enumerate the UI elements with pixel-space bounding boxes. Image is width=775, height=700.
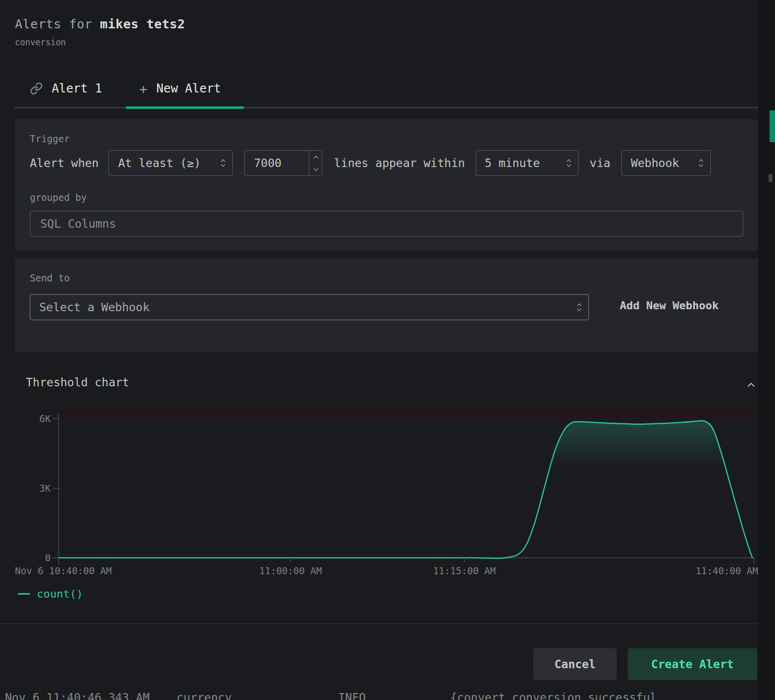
link-icon bbox=[30, 82, 43, 95]
footer-divider bbox=[0, 623, 758, 624]
chevron-updown-icon bbox=[698, 158, 710, 168]
source-name: mikes tets2 bbox=[100, 17, 185, 31]
legend-series-label: count() bbox=[37, 588, 83, 600]
chevron-updown-icon bbox=[566, 158, 578, 168]
log-body: {convert conversion successful bbox=[450, 691, 657, 700]
spinner-down-button[interactable] bbox=[309, 163, 322, 175]
y-tick-label: 0 bbox=[45, 552, 51, 563]
chevron-updown-icon bbox=[576, 302, 588, 312]
tab-alert-1[interactable]: Alert 1 bbox=[30, 78, 102, 99]
trigger-panel: Trigger Alert when At least (≥) 7000 bbox=[15, 119, 758, 251]
send-to-panel: Send to Select a Webhook Add New Webhook bbox=[15, 259, 758, 352]
channel-select[interactable]: Webhook bbox=[621, 150, 711, 176]
y-tick-label: 3K bbox=[39, 483, 51, 494]
legend-series-swatch bbox=[18, 593, 30, 595]
collapse-chevron-icon[interactable] bbox=[744, 378, 758, 392]
tab-alert-1-label: Alert 1 bbox=[52, 82, 102, 95]
underlying-page-edge bbox=[758, 0, 775, 700]
log-service: currency bbox=[177, 691, 232, 700]
comparator-select[interactable]: At least (≥) bbox=[108, 150, 233, 176]
grouped-by-label: grouped by bbox=[30, 192, 87, 203]
underlying-page-gray-element bbox=[769, 174, 773, 182]
cancel-button[interactable]: Cancel bbox=[533, 648, 617, 680]
send-to-label: Send to bbox=[30, 272, 70, 283]
webhook-placeholder: Select a Webhook bbox=[30, 301, 576, 314]
alert-when-label: Alert when bbox=[30, 157, 98, 170]
page-title: Alerts for mikes tets2 bbox=[15, 17, 185, 31]
x-tick-label: 11:40:00 AM bbox=[695, 565, 758, 576]
alert-modal: Alerts for mikes tets2 conversion Alert … bbox=[0, 0, 775, 700]
threshold-number-input[interactable]: 7000 bbox=[244, 150, 322, 176]
chevron-updown-icon bbox=[220, 158, 232, 168]
group-by-input[interactable]: SQL Columns bbox=[30, 211, 743, 237]
via-label: via bbox=[590, 157, 611, 170]
channel-value: Webhook bbox=[622, 157, 698, 170]
underlying-page-green-element bbox=[770, 110, 775, 142]
log-level: INFO bbox=[338, 691, 366, 700]
threshold-chart-title: Threshold chart bbox=[26, 376, 129, 389]
comparator-value: At least (≥) bbox=[109, 157, 220, 170]
tabs-underline-active bbox=[126, 106, 244, 109]
plus-icon: + bbox=[139, 81, 147, 96]
underlying-log-row: Nov 6 11:40:46.343 AM currency INFO {con… bbox=[0, 691, 775, 700]
log-timestamp: Nov 6 11:40:46.343 AM bbox=[5, 691, 150, 700]
y-tick-label: 6K bbox=[39, 413, 51, 424]
threshold-chart: 6K3K0Nov 6 10:40:00 AM11:00:00 AM11:15:0… bbox=[0, 403, 758, 577]
threshold-value: 7000 bbox=[245, 157, 309, 170]
tab-new-alert-label: New Alert bbox=[156, 82, 221, 95]
x-tick-label: 11:15:00 AM bbox=[433, 565, 496, 576]
time-window-select[interactable]: 5 minute bbox=[476, 150, 579, 176]
webhook-select[interactable]: Select a Webhook bbox=[30, 294, 589, 320]
x-tick-label: Nov 6 10:40:00 AM bbox=[15, 565, 111, 576]
trigger-row: Alert when At least (≥) 7000 bbox=[30, 150, 711, 176]
time-window-value: 5 minute bbox=[476, 157, 566, 170]
group-by-placeholder: SQL Columns bbox=[30, 217, 116, 230]
create-alert-button[interactable]: Create Alert bbox=[628, 648, 757, 680]
lines-appear-label: lines appear within bbox=[334, 157, 465, 170]
number-spinner bbox=[309, 151, 322, 175]
series-area-fill bbox=[59, 421, 753, 558]
tab-new-alert[interactable]: + New Alert bbox=[139, 78, 221, 99]
x-tick-label: 11:00:00 AM bbox=[259, 565, 322, 576]
trigger-section-label: Trigger bbox=[30, 133, 70, 144]
add-new-webhook-button[interactable]: Add New Webhook bbox=[620, 299, 719, 312]
threshold-band bbox=[59, 410, 754, 417]
spinner-up-button[interactable] bbox=[309, 151, 322, 163]
chart-legend: count() bbox=[18, 588, 83, 600]
page-subtitle: conversion bbox=[15, 37, 66, 47]
